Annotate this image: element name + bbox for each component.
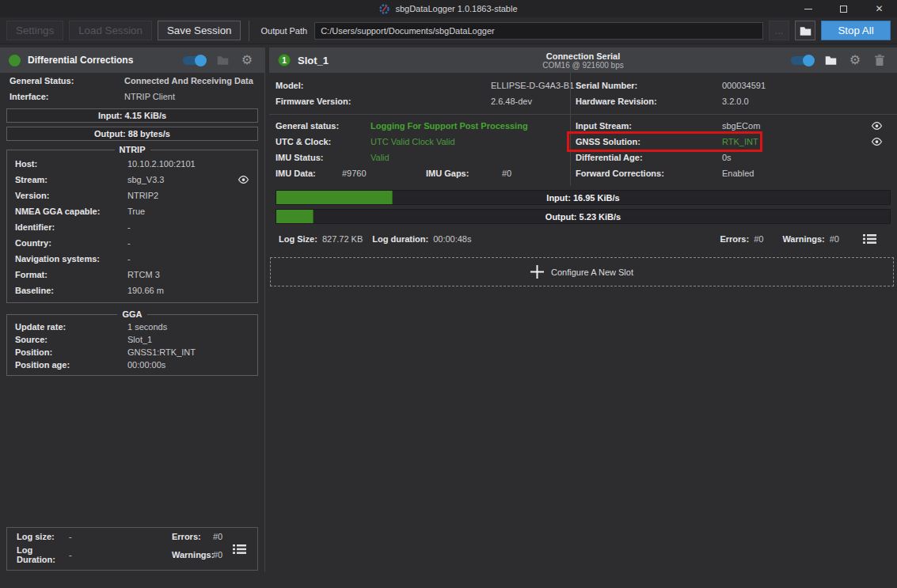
log-list-icon[interactable] [863,233,876,245]
general-status-row: General Status: Connected And Receiving … [0,73,264,89]
gga-row: Source: Slot_1 [7,333,257,346]
load-session-button[interactable]: Load Session [69,21,152,40]
configure-new-slot-label: Configure A New Slot [551,267,633,277]
general-status-value: Logging For Support Post Processing [371,121,570,131]
differential-age-row: Differential Age: 0s [570,150,897,165]
imu-data-value: #9760 [342,169,426,178]
model-value: ELLIPSE-D-G4A3-B1 [491,81,574,90]
serial-row: Serial Number: 000034591 [570,78,897,93]
ntrip-row: Country: - [7,235,257,251]
slot-log-size-value: 827.72 KB [322,234,363,244]
serial-value: 000034591 [722,81,897,90]
slot-log-row: Log Size: 827.72 KB Log duration: 00:00:… [269,228,897,250]
input-stream-row: Input Stream: sbgECom [570,118,897,134]
slot-title: Slot_1 [298,55,329,66]
slot-errors-value: #0 [754,234,763,244]
gga-row: Update rate: 1 seconds [7,321,257,333]
panel-title: Differential Corrections [28,55,133,66]
corrections-log-summary: Log size: - Errors: #0 Log Duration: - W… [6,527,258,571]
firmware-row: Firmware Version: 2.6.48-dev [269,93,570,109]
ntrip-row: Baseline: 190.66 m [7,283,257,298]
differential-corrections-panel: Differential Corrections ⚙ General Statu… [0,47,265,572]
gnss-solution-row: GNSS Solution: RTK_INT [570,134,897,150]
log-size-value: - [69,532,172,541]
gga-group-title: GGA [117,309,146,319]
firmware-value: 2.6.48-dev [491,97,570,106]
minimize-button[interactable] [790,0,826,17]
general-status-row: General status: Logging For Support Post… [269,118,570,134]
close-icon: ✕ [875,3,883,14]
app-logo-icon [379,4,390,14]
save-session-button[interactable]: Save Session [158,21,241,40]
status-dot [9,55,21,66]
more-options-button[interactable]: ... [769,21,789,40]
folder-icon [800,26,811,36]
imu-status-value: Valid [371,153,570,162]
close-button[interactable]: ✕ [861,0,897,17]
utc-clock-row: UTC & Clock: UTC Valid Clock Valid [269,134,570,150]
gga-row: Position: GNSS1:RTK_INT [7,346,257,358]
ntrip-row: Host: 10.10.2.100:2101 [7,156,257,172]
log-duration-value: - [69,550,172,560]
maximize-icon [840,6,847,13]
ntrip-group: NTRIP Host: 10.10.2.100:2101 Stream: sbg… [6,145,258,303]
slot-enable-toggle[interactable] [791,55,815,66]
hardware-row: Hardware Revision: 3.2.0.0 [570,93,897,109]
slot1-panel: 1 Slot_1 Connection Serial COM16 @ 92160… [269,47,897,286]
general-status-value: Connected And Receiving Data [124,76,253,85]
differential-age-value: 0s [722,153,897,162]
window-title: sbgDataLogger 1.0.1863-stable [395,4,517,13]
device-info-grid: Model: ELLIPSE-D-G4A3-B1 Firmware Versio… [269,73,897,115]
utc-clock-value: UTC Valid Clock Valid [371,137,570,146]
output-rate-box: Output: 88 bytes/s [6,127,258,141]
model-row: Model: ELLIPSE-D-G4A3-B1 [269,78,570,93]
slot-log-duration-value: 00:00:48s [433,234,471,244]
forward-corrections-value: Enabled [722,169,897,178]
eye-icon[interactable] [238,175,249,184]
input-rate-box: Input: 4.15 KiB/s [6,108,258,123]
interface-row: Interface: NTRIP Client [0,89,264,104]
input-progress-bar: Input: 16.95 KiB/s [276,190,891,205]
browse-folder-button[interactable] [795,21,815,40]
imu-data-row: IMU Data: #9760 IMU Gaps: #0 [269,165,570,181]
trash-icon[interactable] [871,55,888,66]
output-path-input[interactable] [314,22,763,40]
slot-warnings-value: #0 [830,234,839,244]
eye-icon[interactable] [871,137,883,146]
output-progress-bar: Output: 5.23 KiB/s [276,209,891,224]
plus-icon [530,265,544,279]
maximize-button[interactable] [826,0,861,17]
slot-number-badge: 1 [278,54,291,66]
toolbar-separator [249,21,249,41]
output-path-label: Output Path [260,26,307,36]
title-bar: sbgDataLogger 1.0.1863-stable ✕ [0,0,897,17]
imu-status-row: IMU Status: Valid [269,150,570,165]
ntrip-group-title: NTRIP [115,145,150,154]
forward-corrections-row: Forward Corrections: Enabled [570,165,897,181]
enable-toggle[interactable] [183,55,207,66]
ntrip-row: Stream: sbg_V3.3 [7,172,257,188]
gga-row: Position age: 00:00:00s [7,358,257,371]
open-folder-icon[interactable] [214,55,231,65]
gear-icon[interactable]: ⚙ [238,54,256,66]
minimize-icon [804,9,812,9]
open-folder-icon[interactable] [822,55,839,65]
main-toolbar: Settings Load Session Save Session Outpu… [0,17,897,44]
log-list-icon[interactable] [233,544,246,555]
slot1-header: 1 Slot_1 Connection Serial COM16 @ 92160… [269,47,897,73]
gear-icon[interactable]: ⚙ [846,54,864,66]
ntrip-row: Version: NTRIP2 [7,188,257,203]
eye-icon[interactable] [871,121,883,131]
slot-status-grid: General status: Logging For Support Post… [269,115,897,186]
configure-new-slot-button[interactable]: Configure A New Slot [270,257,894,286]
stop-all-button[interactable]: Stop All [821,21,891,40]
gga-group: GGA Update rate: 1 seconds Source: Slot_… [6,309,258,376]
differential-corrections-header: Differential Corrections ⚙ [0,47,264,73]
hardware-value: 3.2.0.0 [722,97,897,106]
ntrip-row: Identifier: - [7,219,257,235]
ntrip-row: Format: RTCM 3 [7,267,257,283]
interface-value: NTRIP Client [124,92,175,101]
settings-button[interactable]: Settings [6,21,63,40]
ntrip-row: NMEA GGA capable: True [7,203,257,219]
errors-value: #0 [213,532,257,541]
